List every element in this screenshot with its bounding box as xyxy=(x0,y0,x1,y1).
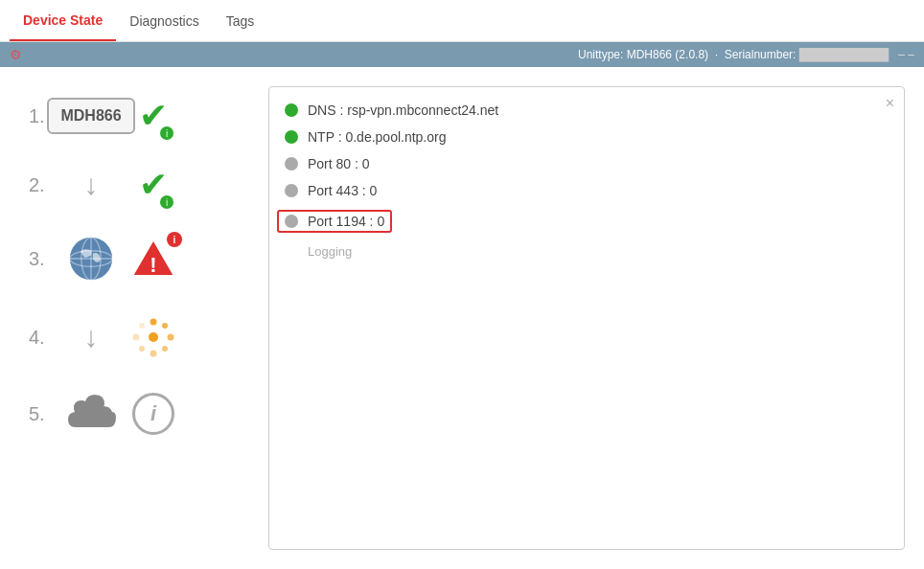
check-icon-2: ✔ i xyxy=(139,165,168,205)
svg-point-15 xyxy=(139,323,145,329)
steps-panel: 1. MDH866 ✔ i 2. ↓ ✔ i xyxy=(0,77,268,559)
step-1: 1. MDH866 ✔ i xyxy=(29,96,240,136)
step-4-icon: ↓ xyxy=(58,321,125,353)
port1194-item: Port 1194 : 0 xyxy=(285,210,889,233)
step-3: 3. ! xyxy=(29,234,240,284)
cloud-icon xyxy=(62,391,120,437)
port1194-highlight: Port 1194 : 0 xyxy=(277,210,392,233)
step-3-number: 3. xyxy=(29,248,58,270)
port443-status-dot xyxy=(285,184,298,197)
step-5-icon xyxy=(58,391,125,437)
popup-panel: × DNS : rsp-vpn.mbconnect24.net NTP : 0.… xyxy=(268,86,905,550)
warning-icon: ! i xyxy=(128,234,178,284)
step-4: 4. ↓ xyxy=(29,312,240,362)
step-1-status[interactable]: ✔ i xyxy=(125,96,182,136)
dns-label: DNS : rsp-vpn.mbconnect24.net xyxy=(308,102,498,118)
header-options[interactable]: – – xyxy=(898,48,914,61)
arrow-down-icon-1: ↓ xyxy=(84,169,99,201)
info-circle-icon: i xyxy=(132,393,174,435)
ntp-label: NTP : 0.de.pool.ntp.org xyxy=(308,129,447,145)
device-box: MDH866 xyxy=(47,98,134,134)
header-bar: ⚙ Unittype: MDH866 (2.0.8) · Serialnumbe… xyxy=(0,42,924,67)
unittype-info: Unittype: MDH866 (2.0.8) · Serialnumber:… xyxy=(578,48,889,61)
step-1-icon: MDH866 xyxy=(58,98,125,134)
warning-badge: i xyxy=(167,232,182,247)
step-2-status[interactable]: ✔ i xyxy=(125,165,182,205)
step-2-icon: ↓ xyxy=(58,169,125,201)
svg-point-12 xyxy=(150,351,157,357)
svg-text:!: ! xyxy=(150,253,156,277)
port80-status-dot xyxy=(285,157,298,171)
step-2-number: 2. xyxy=(29,174,58,196)
step-5-number: 5. xyxy=(29,403,58,425)
svg-point-7 xyxy=(149,332,158,342)
step-3-icon xyxy=(58,236,125,282)
logging-label: Logging xyxy=(308,244,889,259)
svg-point-10 xyxy=(168,334,174,341)
step-4-number: 4. xyxy=(29,327,58,349)
info-badge-1: i xyxy=(160,126,173,140)
dns-item: DNS : rsp-vpn.mbconnect24.net xyxy=(285,102,889,118)
tab-device-state[interactable]: Device State xyxy=(10,1,116,41)
port443-label: Port 443 : 0 xyxy=(308,183,377,198)
ntp-item: NTP : 0.de.pool.ntp.org xyxy=(285,129,889,145)
step-4-status[interactable] xyxy=(125,312,182,362)
port1194-label: Port 1194 : 0 xyxy=(308,214,384,229)
svg-point-13 xyxy=(139,346,145,352)
check-icon-1: ✔ i xyxy=(139,96,168,136)
main-content: 1. MDH866 ✔ i 2. ↓ ✔ i xyxy=(0,67,924,569)
port1194-status-dot xyxy=(285,215,298,228)
svg-point-14 xyxy=(133,334,140,341)
top-nav: Device State Diagnostics Tags xyxy=(0,0,924,42)
svg-point-9 xyxy=(162,323,168,329)
globe-icon xyxy=(68,236,114,282)
ntp-status-dot xyxy=(285,130,298,144)
loading-icon: ⚙ xyxy=(10,47,22,62)
tab-diagnostics[interactable]: Diagnostics xyxy=(116,2,212,40)
spinner-dots-icon xyxy=(128,312,178,362)
port80-label: Port 80 : 0 xyxy=(308,156,370,171)
arrow-down-icon-2: ↓ xyxy=(84,321,99,353)
dns-status-dot xyxy=(285,103,298,117)
svg-point-11 xyxy=(162,346,168,352)
port443-item: Port 443 : 0 xyxy=(285,183,889,198)
step-3-status[interactable]: ! i xyxy=(125,234,182,284)
tab-tags[interactable]: Tags xyxy=(213,2,268,40)
step-5: 5. i xyxy=(29,391,240,437)
info-badge-2: i xyxy=(160,195,173,209)
step-5-status[interactable]: i xyxy=(125,393,182,435)
port80-item: Port 80 : 0 xyxy=(285,156,889,171)
close-button[interactable]: × xyxy=(886,95,894,112)
svg-point-8 xyxy=(150,319,157,326)
step-2: 2. ↓ ✔ i xyxy=(29,165,240,205)
